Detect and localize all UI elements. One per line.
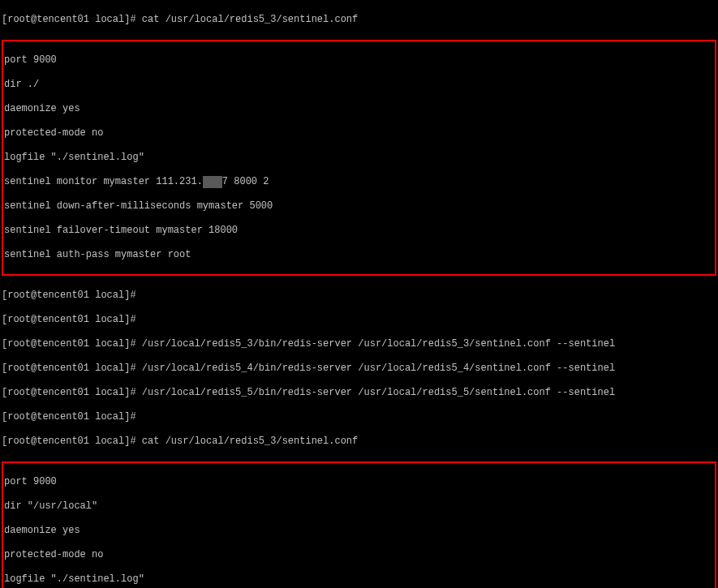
prompt-line[interactable]: [root@tencent01 local]# /usr/local/redis… xyxy=(2,338,716,350)
terminal-output: [root@tencent01 local]# cat /usr/local/r… xyxy=(2,2,716,588)
command-text: /usr/local/redis5_5/bin/redis-server /us… xyxy=(142,387,615,398)
redacted-ip xyxy=(203,176,222,188)
config-line: dir ./ xyxy=(4,79,714,91)
config-line: sentinel failover-timeout mymaster 18000 xyxy=(4,225,714,237)
shell-prompt: [root@tencent01 local]# xyxy=(2,338,142,350)
command-text: cat /usr/local/redis5_3/sentinel.conf xyxy=(142,436,358,447)
shell-prompt: [root@tencent01 local]# xyxy=(2,363,142,374)
command-text: /usr/local/redis5_3/bin/redis-server /us… xyxy=(142,338,615,350)
config-line: sentinel monitor mymaster 111.231. 7 800… xyxy=(4,176,714,188)
config-line: logfile "./sentinel.log" xyxy=(4,573,714,586)
prompt-line[interactable]: [root@tencent01 local]# cat /usr/local/r… xyxy=(2,14,716,26)
shell-prompt: [root@tencent01 local]# xyxy=(2,14,142,25)
command-text: /usr/local/redis5_4/bin/redis-server /us… xyxy=(142,363,615,374)
shell-prompt: [root@tencent01 local]# xyxy=(2,411,142,423)
text-segment: sentinel monitor mymaster 111.231. xyxy=(4,176,203,187)
config-line: logfile "./sentinel.log" xyxy=(4,152,714,164)
shell-prompt: [root@tencent01 local]# xyxy=(2,436,142,447)
shell-prompt: [root@tencent01 local]# xyxy=(2,314,142,325)
prompt-line[interactable]: [root@tencent01 local]# xyxy=(2,290,716,302)
prompt-line[interactable]: [root@tencent01 local]# xyxy=(2,411,716,423)
prompt-line[interactable]: [root@tencent01 local]# xyxy=(2,314,716,326)
config-line: sentinel down-after-milliseconds mymaste… xyxy=(4,200,714,212)
config-line: sentinel auth-pass mymaster root xyxy=(4,249,714,261)
config-line: daemonize yes xyxy=(4,525,714,537)
config-line: dir "/usr/local" xyxy=(4,500,714,513)
shell-prompt: [root@tencent01 local]# xyxy=(2,387,142,398)
prompt-line[interactable]: [root@tencent01 local]# /usr/local/redis… xyxy=(2,387,716,399)
config-box-1: port 9000 dir ./ daemonize yes protected… xyxy=(2,40,716,276)
config-line: protected-mode no xyxy=(4,549,714,561)
config-line: port 9000 xyxy=(4,476,714,488)
config-line: daemonize yes xyxy=(4,103,714,115)
shell-prompt: [root@tencent01 local]# xyxy=(2,290,142,301)
prompt-line[interactable]: [root@tencent01 local]# /usr/local/redis… xyxy=(2,363,716,375)
config-box-2: port 9000 dir "/usr/local" daemonize yes… xyxy=(2,461,716,588)
config-line: protected-mode no xyxy=(4,127,714,139)
config-line: port 9000 xyxy=(4,54,714,67)
command-text: cat /usr/local/redis5_3/sentinel.conf xyxy=(142,14,358,25)
text-segment: 7 8000 2 xyxy=(222,176,269,187)
prompt-line[interactable]: [root@tencent01 local]# cat /usr/local/r… xyxy=(2,436,716,448)
